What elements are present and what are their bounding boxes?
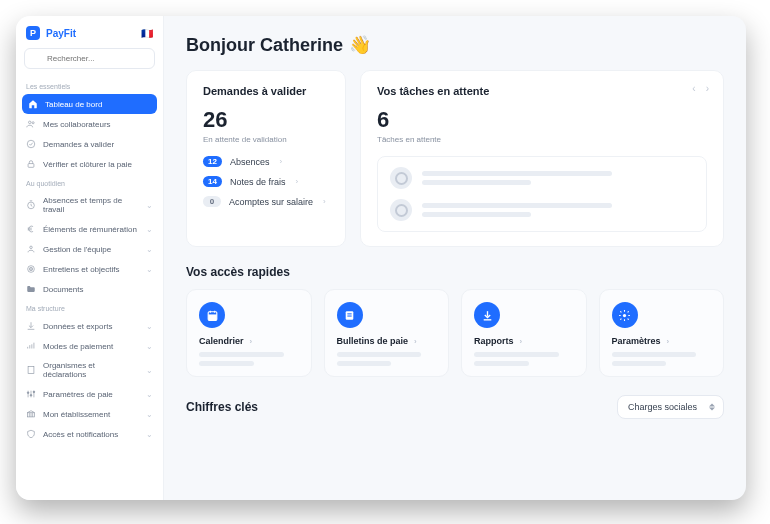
team-icon: [26, 244, 36, 254]
request-count-badge: 0: [203, 196, 221, 207]
sidebar-item-label: Organismes et déclarations: [43, 361, 139, 379]
request-item[interactable]: 14Notes de frais›: [203, 176, 329, 187]
greeting: Bonjour Catherine 👋: [186, 34, 724, 56]
folder-icon: [26, 284, 36, 294]
nav-section-label: Au quotidien: [16, 174, 163, 191]
key-figures-select-value: Charges sociales: [628, 402, 697, 412]
sidebar-item-users[interactable]: Mes collaborateurs: [16, 114, 163, 134]
chevron-down-icon: ⌄: [146, 430, 153, 439]
building-icon: [26, 365, 36, 375]
sidebar-item-label: Tableau de bord: [45, 100, 151, 109]
download-icon: [26, 321, 36, 331]
sidebar-item-lock[interactable]: Vérifier et clôturer la paie: [16, 154, 163, 174]
brand-name: PayFit: [46, 28, 76, 39]
sidebar-item-signal[interactable]: Modes de paiement⌄: [16, 336, 163, 356]
quick-card-payslip[interactable]: Bulletins de paie ›: [324, 289, 450, 377]
task-placeholder: [422, 171, 694, 185]
svg-rect-13: [28, 367, 34, 374]
chevron-down-icon: ⌄: [146, 225, 153, 234]
svg-point-2: [29, 121, 32, 124]
svg-point-37: [623, 313, 626, 316]
quick-card-label: Calendrier ›: [199, 336, 299, 346]
quick-card-placeholder: [474, 352, 574, 366]
svg-point-22: [30, 394, 32, 396]
pager-prev[interactable]: ‹: [692, 83, 695, 94]
chevron-down-icon: ⌄: [146, 201, 153, 210]
sidebar-item-target[interactable]: Entretiens et objectifs⌄: [16, 259, 163, 279]
quick-card-placeholder: [337, 352, 437, 366]
requests-count: 26: [203, 107, 329, 133]
chevron-down-icon: ⌄: [146, 322, 153, 331]
quick-card-gear[interactable]: Paramètres ›: [599, 289, 725, 377]
quick-access-title: Vos accès rapides: [186, 265, 724, 279]
select-caret-icon: [709, 404, 715, 411]
sidebar-item-download[interactable]: Données et exports⌄: [16, 316, 163, 336]
flag-icon: 🇫🇷: [141, 28, 153, 39]
task-row[interactable]: [390, 199, 694, 221]
target-icon: [26, 264, 36, 274]
sidebar-item-shield[interactable]: Accès et notifications⌄: [16, 424, 163, 444]
quick-card-placeholder: [199, 352, 299, 366]
home-icon: [28, 99, 38, 109]
request-item[interactable]: 12Absences›: [203, 156, 329, 167]
sidebar-item-euro[interactable]: Éléments de rémunération⌄: [16, 219, 163, 239]
pager-next[interactable]: ›: [706, 83, 709, 94]
quick-card-label: Rapports ›: [474, 336, 574, 346]
svg-point-21: [27, 392, 29, 394]
wave-icon: 👋: [349, 34, 371, 56]
request-label: Notes de frais: [230, 177, 286, 187]
chevron-right-icon: ›: [520, 337, 523, 346]
sidebar-item-label: Entretiens et objectifs: [43, 265, 139, 274]
main: Bonjour Catherine 👋 Demandes à valider 2…: [164, 16, 746, 500]
sidebar-item-label: Demandes à valider: [43, 140, 153, 149]
chevron-down-icon: ⌄: [146, 390, 153, 399]
chevron-down-icon: ⌄: [146, 410, 153, 419]
sidebar-item-bank[interactable]: Mon établissement⌄: [16, 404, 163, 424]
sidebar-item-label: Paramètres de paie: [43, 390, 139, 399]
search-input[interactable]: [24, 48, 155, 69]
task-row[interactable]: [390, 167, 694, 189]
tasks-card: ‹ › Vos tâches en attente 6 Tâches en at…: [360, 70, 724, 247]
chevron-right-icon: ›: [250, 337, 253, 346]
sidebar-item-home[interactable]: Tableau de bord: [22, 94, 157, 114]
chevron-down-icon: ⌄: [146, 245, 153, 254]
sidebar-item-team[interactable]: Gestion de l'équipe⌄: [16, 239, 163, 259]
quick-card-calendar[interactable]: Calendrier ›: [186, 289, 312, 377]
gear-icon: [612, 302, 638, 328]
quick-card-placeholder: [612, 352, 712, 366]
tasks-count: 6: [377, 107, 707, 133]
signal-icon: [26, 341, 36, 351]
sidebar-item-label: Vérifier et clôturer la paie: [43, 160, 153, 169]
euro-icon: [26, 224, 36, 234]
task-placeholder: [422, 203, 694, 217]
sidebar-item-label: Accès et notifications: [43, 430, 139, 439]
quick-card-download-circle[interactable]: Rapports ›: [461, 289, 587, 377]
svg-point-9: [30, 246, 33, 249]
tasks-card-title: Vos tâches en attente: [377, 85, 707, 97]
key-figures-select[interactable]: Charges sociales: [617, 395, 724, 419]
nav-section-label: Les essentiels: [16, 77, 163, 94]
task-status-icon: [390, 167, 412, 189]
tasks-subtitle: Tâches en attente: [377, 135, 707, 144]
sidebar-item-clock[interactable]: Absences et temps de travail⌄: [16, 191, 163, 219]
sidebar-item-label: Mes collaborateurs: [43, 120, 153, 129]
quick-card-label: Bulletins de paie ›: [337, 336, 437, 346]
chevron-right-icon: ›: [667, 337, 670, 346]
nav-section-label: Ma structure: [16, 299, 163, 316]
sidebar-item-label: Documents: [43, 285, 153, 294]
svg-point-3: [32, 122, 34, 124]
tasks-list: [377, 156, 707, 232]
key-figures-row: Chiffres clés Charges sociales: [186, 395, 724, 419]
sidebar-item-building[interactable]: Organismes et déclarations⌄: [16, 356, 163, 384]
bank-icon: [26, 409, 36, 419]
sidebar-item-folder[interactable]: Documents: [16, 279, 163, 299]
sidebar-item-label: Gestion de l'équipe: [43, 245, 139, 254]
requests-subtitle: En attente de validation: [203, 135, 329, 144]
chevron-right-icon: ›: [295, 177, 298, 186]
request-item[interactable]: 0Acomptes sur salaire›: [203, 196, 329, 207]
tasks-pager: ‹ ›: [692, 83, 709, 94]
quick-access-grid: Calendrier ›Bulletins de paie ›Rapports …: [186, 289, 724, 377]
sidebar-item-check-circle[interactable]: Demandes à valider: [16, 134, 163, 154]
payslip-icon: [337, 302, 363, 328]
sidebar-item-sliders[interactable]: Paramètres de paie⌄: [16, 384, 163, 404]
